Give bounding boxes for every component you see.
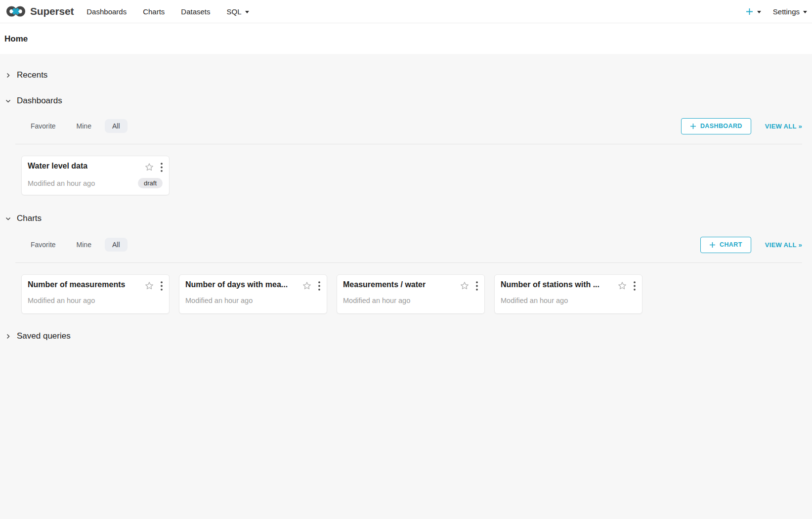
charts-controls-row: Favorite Mine All CHART VIEW ALL » (31, 236, 802, 253)
kebab-menu-icon[interactable] (634, 281, 636, 291)
new-item-menu-button[interactable] (745, 7, 761, 16)
nav-datasets[interactable]: Datasets (181, 7, 210, 16)
dashboards-cards-row: Water level data Modified an hour ago dr… (21, 156, 802, 195)
navbar-right: Settings (745, 7, 808, 16)
section-toggle-dashboards[interactable]: Dashboards (5, 96, 62, 106)
section-title-dashboards: Dashboards (17, 96, 62, 106)
favorite-star-icon[interactable] (617, 281, 627, 291)
dashboards-controls-row: Favorite Mine All DASHBOARD VIEW ALL » (31, 118, 802, 134)
section-toggle-saved-queries[interactable]: Saved queries (5, 331, 71, 341)
chart-card-number-of-stations[interactable]: Number of stations with ... Modified an … (494, 274, 642, 314)
chart-card-number-of-days[interactable]: Number of days with mea... Modified an h… (179, 274, 327, 314)
caret-down-icon (757, 11, 761, 13)
card-modified-text: Modified an hour ago (343, 297, 410, 304)
chevron-down-icon (5, 98, 11, 104)
dashboard-card-water-level-data[interactable]: Water level data Modified an hour ago dr… (21, 156, 170, 195)
kebab-menu-icon[interactable] (161, 163, 163, 172)
chart-card-measurements-water[interactable]: Measurements / water Modified an hour ag… (337, 274, 485, 314)
new-dashboard-label: DASHBOARD (700, 123, 742, 130)
favorite-star-icon[interactable] (460, 281, 470, 291)
section-toggle-recents[interactable]: Recents (5, 70, 47, 80)
plus-icon (690, 123, 696, 130)
chevron-right-icon (5, 72, 11, 79)
card-modified-text: Modified an hour ago (28, 297, 95, 304)
nav-charts[interactable]: Charts (143, 7, 165, 16)
tab-all[interactable]: All (105, 119, 128, 133)
section-title-saved-queries: Saved queries (17, 331, 71, 341)
kebab-menu-icon[interactable] (161, 281, 163, 291)
brand-logo[interactable]: Superset (6, 5, 74, 18)
chevron-right-icon (5, 333, 11, 340)
plus-icon (709, 242, 716, 248)
page-header: Home (0, 23, 812, 54)
tab-favorite[interactable]: Favorite (31, 241, 56, 249)
section-title-recents: Recents (17, 70, 47, 80)
divider (15, 262, 802, 263)
home-content: Recents Dashboards Favorite Mine All DAS… (0, 54, 812, 341)
favorite-star-icon[interactable] (302, 281, 312, 291)
charts-filter-tabs: Favorite Mine All (31, 241, 120, 249)
divider (15, 144, 802, 144)
charts-cards-row: Number of measurements Modified an hour … (21, 274, 802, 314)
card-modified-text: Modified an hour ago (28, 179, 95, 187)
chevron-down-icon (5, 216, 11, 222)
draft-status-badge: draft (138, 178, 163, 188)
section-dashboards: Dashboards Favorite Mine All DASHBOARD V… (5, 96, 802, 195)
section-title-charts: Charts (17, 214, 42, 223)
dashboards-view-all-link[interactable]: VIEW ALL » (765, 123, 802, 130)
new-chart-button[interactable]: CHART (700, 237, 751, 253)
chart-card-number-of-measurements[interactable]: Number of measurements Modified an hour … (21, 274, 170, 314)
nav-sql[interactable]: SQL (227, 7, 249, 16)
card-title: Measurements / water (343, 280, 426, 289)
charts-view-all-link[interactable]: VIEW ALL » (765, 241, 802, 249)
favorite-star-icon[interactable] (144, 162, 154, 172)
caret-down-icon (803, 11, 807, 13)
tab-mine[interactable]: Mine (77, 241, 91, 249)
tab-all[interactable]: All (105, 238, 128, 252)
card-title: Number of measurements (28, 280, 125, 289)
plus-icon (745, 7, 754, 16)
nav-dashboards[interactable]: Dashboards (86, 7, 127, 16)
card-modified-text: Modified an hour ago (501, 297, 568, 304)
card-title: Water level data (28, 162, 87, 171)
kebab-menu-icon[interactable] (476, 281, 478, 291)
settings-label: Settings (773, 7, 800, 16)
section-toggle-charts[interactable]: Charts (5, 214, 42, 223)
dashboards-filter-tabs: Favorite Mine All (31, 122, 120, 130)
nav-sql-label: SQL (227, 7, 242, 16)
navbar: Superset Dashboards Charts Datasets SQL … (0, 0, 812, 23)
new-dashboard-button[interactable]: DASHBOARD (681, 118, 751, 134)
new-chart-label: CHART (720, 241, 742, 248)
favorite-star-icon[interactable] (144, 281, 154, 291)
settings-menu-button[interactable]: Settings (773, 7, 807, 16)
card-modified-text: Modified an hour ago (185, 297, 253, 304)
main-nav: Dashboards Charts Datasets SQL (86, 7, 249, 16)
charts-actions: CHART VIEW ALL » (700, 237, 802, 253)
page-title: Home (4, 34, 804, 44)
tab-mine[interactable]: Mine (77, 122, 91, 130)
card-title: Number of days with mea... (185, 280, 288, 289)
superset-infinity-icon (6, 5, 26, 18)
dashboards-actions: DASHBOARD VIEW ALL » (681, 118, 802, 134)
card-title: Number of stations with ... (501, 280, 599, 289)
caret-down-icon (245, 11, 249, 13)
tab-favorite[interactable]: Favorite (31, 122, 56, 130)
section-charts: Charts Favorite Mine All CHART VIEW ALL … (5, 214, 802, 314)
kebab-menu-icon[interactable] (318, 281, 320, 291)
brand-name: Superset (30, 5, 74, 17)
